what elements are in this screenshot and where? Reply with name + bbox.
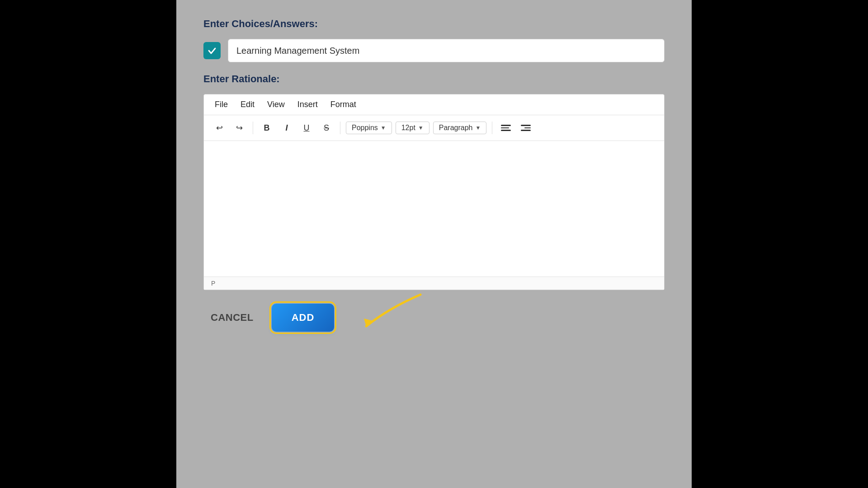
choice-input[interactable] (228, 39, 665, 62)
font-family-select[interactable]: Poppins ▼ (346, 122, 392, 134)
align-right-button[interactable] (518, 120, 534, 136)
rationale-label: Enter Rationale: (203, 73, 665, 85)
choice-row (203, 39, 665, 62)
underline-button[interactable]: U (298, 120, 315, 136)
editor-toolbar: ↩ ↪ B I U S Poppins ▼ 12pt ▼ Paragraph ▼ (204, 115, 664, 141)
menu-view[interactable]: View (267, 100, 285, 109)
svg-marker-0 (364, 319, 373, 326)
font-size-select[interactable]: 12pt ▼ (396, 122, 429, 134)
cancel-button[interactable]: CANCEL (203, 308, 261, 327)
menu-format[interactable]: Format (330, 100, 356, 109)
checkmark-icon (207, 46, 217, 56)
buttons-row: CANCEL ADD (203, 304, 665, 332)
paragraph-label: Paragraph (439, 124, 473, 132)
toolbar-divider-3 (492, 122, 492, 134)
align-left-button[interactable] (498, 120, 514, 136)
arrow-annotation (344, 290, 434, 335)
font-family-chevron: ▼ (381, 125, 386, 131)
align-left-icon (501, 125, 511, 131)
toolbar-divider-1 (253, 122, 253, 134)
align-right-icon (521, 125, 531, 131)
status-paragraph: P (211, 280, 215, 287)
menu-edit[interactable]: Edit (241, 100, 255, 109)
add-button[interactable]: ADD (272, 304, 335, 332)
choices-label: Enter Choices/Answers: (203, 18, 665, 30)
undo-button[interactable]: ↩ (211, 120, 227, 136)
paragraph-select[interactable]: Paragraph ▼ (433, 122, 487, 134)
editor-menubar: File Edit View Insert Format (204, 94, 664, 115)
toolbar-divider-2 (340, 122, 340, 134)
rationale-editor: File Edit View Insert Format ↩ ↪ B I U S… (203, 94, 665, 290)
editor-statusbar: P (204, 277, 664, 290)
font-size-chevron: ▼ (418, 125, 424, 131)
menu-insert[interactable]: Insert (297, 100, 318, 109)
menu-file[interactable]: File (215, 100, 228, 109)
answer-checkbox[interactable] (203, 42, 221, 59)
font-family-label: Poppins (352, 124, 378, 132)
italic-button[interactable]: I (278, 120, 295, 136)
bold-button[interactable]: B (259, 120, 275, 136)
main-panel: Enter Choices/Answers: Enter Rationale: … (176, 0, 692, 488)
font-size-label: 12pt (401, 124, 415, 132)
strikethrough-button[interactable]: S (318, 120, 335, 136)
redo-button[interactable]: ↪ (231, 120, 247, 136)
editor-content-area[interactable] (204, 141, 664, 277)
paragraph-chevron: ▼ (475, 125, 481, 131)
